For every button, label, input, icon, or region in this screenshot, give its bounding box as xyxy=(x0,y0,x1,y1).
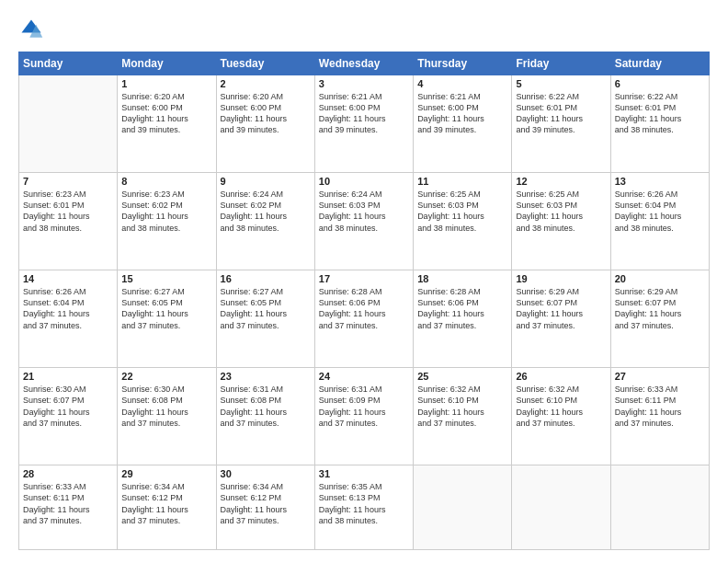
day-cell: 8Sunrise: 6:23 AM Sunset: 6:02 PM Daylig… xyxy=(118,173,216,270)
day-number: 26 xyxy=(516,371,606,382)
day-info: Sunrise: 6:29 AM Sunset: 6:07 PM Dayligh… xyxy=(516,286,606,331)
day-cell: 31Sunrise: 6:35 AM Sunset: 6:13 PM Dayli… xyxy=(314,465,413,550)
day-cell: 23Sunrise: 6:31 AM Sunset: 6:08 PM Dayli… xyxy=(216,368,314,465)
day-info: Sunrise: 6:33 AM Sunset: 6:11 PM Dayligh… xyxy=(615,384,705,429)
day-info: Sunrise: 6:31 AM Sunset: 6:09 PM Dayligh… xyxy=(319,384,409,429)
day-info: Sunrise: 6:21 AM Sunset: 6:00 PM Dayligh… xyxy=(319,91,409,136)
day-cell: 6Sunrise: 6:22 AM Sunset: 6:01 PM Daylig… xyxy=(610,75,709,173)
day-info: Sunrise: 6:20 AM Sunset: 6:00 PM Dayligh… xyxy=(121,91,211,136)
day-number: 14 xyxy=(23,273,113,284)
day-info: Sunrise: 6:28 AM Sunset: 6:06 PM Dayligh… xyxy=(319,286,409,331)
day-number: 4 xyxy=(417,78,507,89)
day-cell xyxy=(610,465,709,550)
day-number: 13 xyxy=(615,176,705,187)
day-cell: 5Sunrise: 6:22 AM Sunset: 6:01 PM Daylig… xyxy=(512,75,610,173)
day-cell xyxy=(19,75,118,173)
day-cell: 27Sunrise: 6:33 AM Sunset: 6:11 PM Dayli… xyxy=(610,368,709,465)
day-info: Sunrise: 6:28 AM Sunset: 6:06 PM Dayligh… xyxy=(417,286,507,331)
week-row-2: 14Sunrise: 6:26 AM Sunset: 6:04 PM Dayli… xyxy=(19,270,710,368)
day-number: 16 xyxy=(221,273,311,284)
day-cell: 11Sunrise: 6:25 AM Sunset: 6:03 PM Dayli… xyxy=(414,173,512,270)
day-number: 25 xyxy=(417,371,507,382)
day-number: 7 xyxy=(23,176,113,187)
day-cell: 26Sunrise: 6:32 AM Sunset: 6:10 PM Dayli… xyxy=(512,368,610,465)
weekday-header-saturday: Saturday xyxy=(610,52,709,75)
day-info: Sunrise: 6:34 AM Sunset: 6:12 PM Dayligh… xyxy=(121,481,211,526)
day-info: Sunrise: 6:30 AM Sunset: 6:07 PM Dayligh… xyxy=(23,384,113,429)
day-info: Sunrise: 6:22 AM Sunset: 6:01 PM Dayligh… xyxy=(516,91,606,136)
day-cell: 25Sunrise: 6:32 AM Sunset: 6:10 PM Dayli… xyxy=(414,368,512,465)
day-info: Sunrise: 6:29 AM Sunset: 6:07 PM Dayligh… xyxy=(615,286,705,331)
day-number: 20 xyxy=(615,273,705,284)
day-number: 15 xyxy=(121,273,211,284)
day-info: Sunrise: 6:22 AM Sunset: 6:01 PM Dayligh… xyxy=(615,91,705,136)
week-row-1: 7Sunrise: 6:23 AM Sunset: 6:01 PM Daylig… xyxy=(19,173,710,270)
day-number: 23 xyxy=(221,371,311,382)
day-cell: 19Sunrise: 6:29 AM Sunset: 6:07 PM Dayli… xyxy=(512,270,610,368)
day-cell: 13Sunrise: 6:26 AM Sunset: 6:04 PM Dayli… xyxy=(610,173,709,270)
logo xyxy=(18,17,46,42)
day-number: 3 xyxy=(319,78,409,89)
day-cell: 29Sunrise: 6:34 AM Sunset: 6:12 PM Dayli… xyxy=(118,465,216,550)
day-number: 10 xyxy=(319,176,409,187)
day-cell xyxy=(512,465,610,550)
week-row-3: 21Sunrise: 6:30 AM Sunset: 6:07 PM Dayli… xyxy=(19,368,710,465)
day-info: Sunrise: 6:26 AM Sunset: 6:04 PM Dayligh… xyxy=(615,189,705,234)
day-cell: 9Sunrise: 6:24 AM Sunset: 6:02 PM Daylig… xyxy=(216,173,314,270)
calendar-table: SundayMondayTuesdayWednesdayThursdayFrid… xyxy=(18,52,710,550)
page: SundayMondayTuesdayWednesdayThursdayFrid… xyxy=(0,0,728,563)
day-cell: 22Sunrise: 6:30 AM Sunset: 6:08 PM Dayli… xyxy=(118,368,216,465)
weekday-header-tuesday: Tuesday xyxy=(216,52,314,75)
day-number: 22 xyxy=(121,371,211,382)
day-number: 8 xyxy=(121,176,211,187)
day-cell: 7Sunrise: 6:23 AM Sunset: 6:01 PM Daylig… xyxy=(19,173,118,270)
day-cell: 24Sunrise: 6:31 AM Sunset: 6:09 PM Dayli… xyxy=(314,368,413,465)
day-cell: 20Sunrise: 6:29 AM Sunset: 6:07 PM Dayli… xyxy=(610,270,709,368)
weekday-header-wednesday: Wednesday xyxy=(314,52,413,75)
day-number: 17 xyxy=(319,273,409,284)
weekday-header-friday: Friday xyxy=(512,52,610,75)
day-info: Sunrise: 6:23 AM Sunset: 6:02 PM Dayligh… xyxy=(121,189,211,234)
day-number: 30 xyxy=(221,468,311,479)
day-info: Sunrise: 6:26 AM Sunset: 6:04 PM Dayligh… xyxy=(23,286,113,331)
day-cell: 28Sunrise: 6:33 AM Sunset: 6:11 PM Dayli… xyxy=(19,465,118,550)
day-info: Sunrise: 6:35 AM Sunset: 6:13 PM Dayligh… xyxy=(319,481,409,526)
day-cell: 18Sunrise: 6:28 AM Sunset: 6:06 PM Dayli… xyxy=(414,270,512,368)
day-number: 1 xyxy=(121,78,211,89)
day-info: Sunrise: 6:34 AM Sunset: 6:12 PM Dayligh… xyxy=(221,481,311,526)
day-info: Sunrise: 6:25 AM Sunset: 6:03 PM Dayligh… xyxy=(516,189,606,234)
day-info: Sunrise: 6:30 AM Sunset: 6:08 PM Dayligh… xyxy=(121,384,211,429)
day-info: Sunrise: 6:32 AM Sunset: 6:10 PM Dayligh… xyxy=(516,384,606,429)
day-cell: 30Sunrise: 6:34 AM Sunset: 6:12 PM Dayli… xyxy=(216,465,314,550)
day-number: 27 xyxy=(615,371,705,382)
logo-icon xyxy=(18,17,44,42)
day-info: Sunrise: 6:27 AM Sunset: 6:05 PM Dayligh… xyxy=(221,286,311,331)
day-number: 19 xyxy=(516,273,606,284)
day-number: 29 xyxy=(121,468,211,479)
day-info: Sunrise: 6:23 AM Sunset: 6:01 PM Dayligh… xyxy=(23,189,113,234)
day-cell: 10Sunrise: 6:24 AM Sunset: 6:03 PM Dayli… xyxy=(314,173,413,270)
day-cell: 17Sunrise: 6:28 AM Sunset: 6:06 PM Dayli… xyxy=(314,270,413,368)
day-info: Sunrise: 6:25 AM Sunset: 6:03 PM Dayligh… xyxy=(417,189,507,234)
day-cell xyxy=(414,465,512,550)
day-cell: 2Sunrise: 6:20 AM Sunset: 6:00 PM Daylig… xyxy=(216,75,314,173)
day-number: 11 xyxy=(417,176,507,187)
day-number: 9 xyxy=(221,176,311,187)
day-number: 24 xyxy=(319,371,409,382)
day-cell: 1Sunrise: 6:20 AM Sunset: 6:00 PM Daylig… xyxy=(118,75,216,173)
day-info: Sunrise: 6:31 AM Sunset: 6:08 PM Dayligh… xyxy=(221,384,311,429)
day-cell: 21Sunrise: 6:30 AM Sunset: 6:07 PM Dayli… xyxy=(19,368,118,465)
day-cell: 3Sunrise: 6:21 AM Sunset: 6:00 PM Daylig… xyxy=(314,75,413,173)
day-cell: 16Sunrise: 6:27 AM Sunset: 6:05 PM Dayli… xyxy=(216,270,314,368)
day-number: 2 xyxy=(221,78,311,89)
day-info: Sunrise: 6:33 AM Sunset: 6:11 PM Dayligh… xyxy=(23,481,113,526)
day-info: Sunrise: 6:32 AM Sunset: 6:10 PM Dayligh… xyxy=(417,384,507,429)
day-info: Sunrise: 6:24 AM Sunset: 6:02 PM Dayligh… xyxy=(221,189,311,234)
header xyxy=(18,17,710,42)
day-info: Sunrise: 6:20 AM Sunset: 6:00 PM Dayligh… xyxy=(221,91,311,136)
day-cell: 4Sunrise: 6:21 AM Sunset: 6:00 PM Daylig… xyxy=(414,75,512,173)
weekday-header-row: SundayMondayTuesdayWednesdayThursdayFrid… xyxy=(19,52,710,75)
day-cell: 12Sunrise: 6:25 AM Sunset: 6:03 PM Dayli… xyxy=(512,173,610,270)
week-row-0: 1Sunrise: 6:20 AM Sunset: 6:00 PM Daylig… xyxy=(19,75,710,173)
day-number: 5 xyxy=(516,78,606,89)
